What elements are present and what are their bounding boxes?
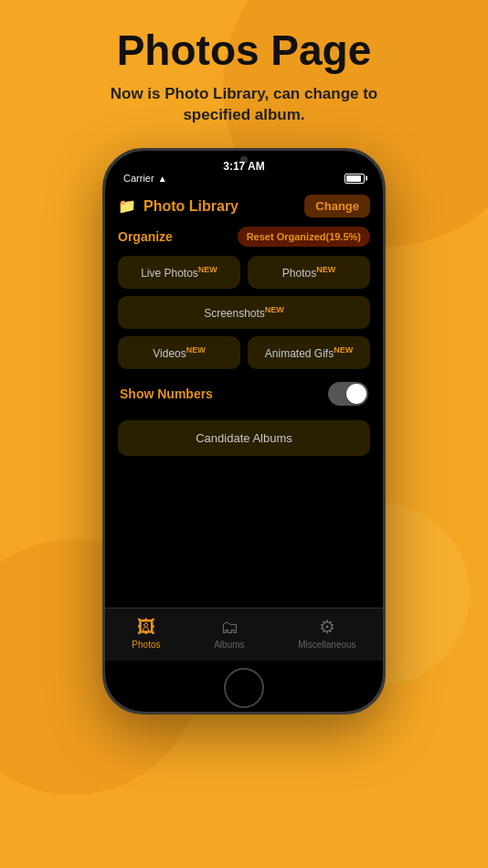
videos-button[interactable]: VideosNEW <box>118 336 240 369</box>
animated-gifs-button[interactable]: Animated GifsNEW <box>248 336 370 369</box>
show-numbers-label: Show Numbers <box>120 386 213 401</box>
page-subtitle: Now is Photo Library, can change to spec… <box>98 83 390 127</box>
organize-row: Organize Reset Organized(19.5%) <box>118 227 370 247</box>
tab-bar: 🖼 Photos 🗂 Albums ⚙ Miscellaneous <box>105 608 383 661</box>
show-numbers-row: Show Numbers <box>118 376 370 411</box>
tab-photos[interactable]: 🖼 Photos <box>132 617 160 650</box>
change-button[interactable]: Change <box>304 195 370 217</box>
vol-down-button <box>102 347 103 393</box>
show-numbers-toggle[interactable] <box>328 382 368 406</box>
carrier-label: Carrier ▲ <box>123 173 167 184</box>
miscellaneous-tab-label: Miscellaneous <box>298 640 355 650</box>
phone-frame: Carrier ▲ 3:17 AM 📁 Photo Library Change <box>102 148 386 715</box>
miscellaneous-tab-icon: ⚙ <box>319 616 335 638</box>
home-button-area <box>105 661 383 712</box>
header-title: Photo Library <box>143 198 239 215</box>
videos-gifs-row: VideosNEW Animated GifsNEW <box>118 336 370 369</box>
live-photos-row: Live PhotosNEW PhotosNEW <box>118 256 370 289</box>
wifi-icon: ▲ <box>158 174 167 184</box>
page-title: Photos Page <box>117 27 372 74</box>
phone-screen: Carrier ▲ 3:17 AM 📁 Photo Library Change <box>105 151 383 712</box>
screenshots-button[interactable]: ScreenshotsNEW <box>118 296 370 329</box>
albums-tab-icon: 🗂 <box>220 617 239 638</box>
live-photos-button[interactable]: Live PhotosNEW <box>118 256 240 289</box>
photos-button[interactable]: PhotosNEW <box>248 256 370 289</box>
home-button[interactable] <box>224 668 264 708</box>
vol-up-button <box>102 292 103 338</box>
organize-label: Organize <box>118 229 173 244</box>
folder-icon: 📁 <box>118 197 136 215</box>
live-photos-new-badge: NEW <box>198 265 217 274</box>
screenshots-new-badge: NEW <box>265 305 284 314</box>
app-header: 📁 Photo Library Change <box>105 187 383 223</box>
status-time: 3:17 AM <box>223 160 265 173</box>
animated-gifs-new-badge: NEW <box>334 345 353 355</box>
photos-tab-label: Photos <box>132 640 160 650</box>
videos-new-badge: NEW <box>186 345 206 355</box>
candidate-albums-button[interactable]: Candidate Albums <box>118 420 370 456</box>
photos-new-badge: NEW <box>316 265 335 274</box>
reset-organized-button[interactable]: Reset Organized(19.5%) <box>238 227 370 247</box>
status-bar: Carrier ▲ 3:17 AM <box>105 164 383 187</box>
albums-tab-label: Albums <box>214 640 244 650</box>
screen-content: Organize Reset Organized(19.5%) Live Pho… <box>105 223 383 608</box>
power-button <box>385 297 386 356</box>
battery-indicator <box>345 174 365 184</box>
header-left: 📁 Photo Library <box>118 197 239 215</box>
toggle-thumb <box>346 384 366 404</box>
tab-albums[interactable]: 🗂 Albums <box>214 617 244 650</box>
tab-miscellaneous[interactable]: ⚙ Miscellaneous <box>298 616 355 650</box>
photos-tab-icon: 🖼 <box>137 617 155 638</box>
